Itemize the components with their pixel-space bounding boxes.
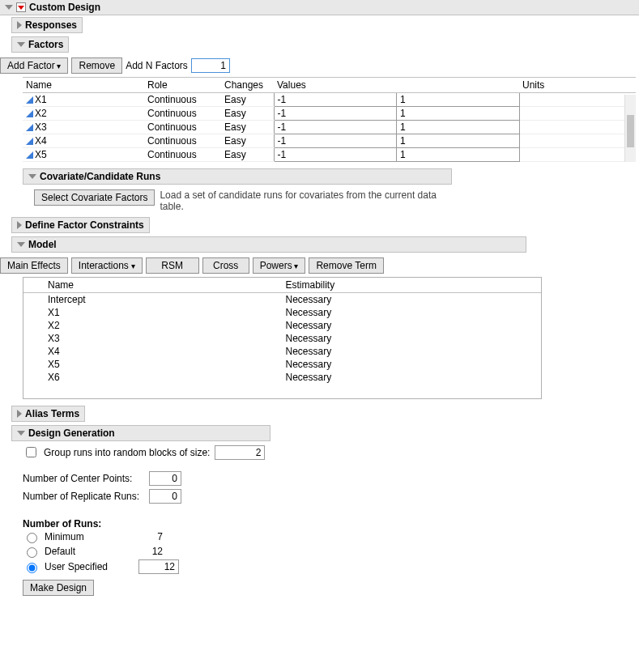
value-low-cell[interactable]: -1: [274, 134, 397, 148]
design-generation-section-header[interactable]: Design Generation: [11, 425, 271, 441]
model-estimability-cell[interactable]: Necessary: [283, 306, 542, 319]
table-row[interactable]: X5Necessary: [23, 358, 541, 371]
model-estimability-cell[interactable]: Necessary: [283, 358, 542, 371]
table-row[interactable]: X6Necessary: [23, 371, 541, 384]
changes-cell[interactable]: Easy: [221, 107, 274, 121]
role-cell[interactable]: Continuous: [144, 93, 221, 107]
disclosure-open-icon[interactable]: [17, 42, 25, 47]
remove-term-button[interactable]: Remove Term: [309, 257, 383, 274]
value-low-cell[interactable]: -1: [274, 121, 397, 134]
powers-button[interactable]: Powers: [253, 257, 306, 274]
make-design-button[interactable]: Make Design: [23, 580, 94, 596]
group-runs-checkbox[interactable]: [26, 447, 36, 457]
center-points-input[interactable]: [149, 471, 181, 486]
alias-terms-section-header[interactable]: Alias Terms: [11, 406, 85, 422]
custom-design-header[interactable]: Custom Design: [0, 0, 639, 15]
table-row[interactable]: X1ContinuousEasy-11: [23, 93, 636, 107]
role-cell[interactable]: Continuous: [144, 121, 221, 134]
changes-cell[interactable]: Easy: [221, 121, 274, 134]
responses-section-header[interactable]: Responses: [11, 17, 83, 33]
table-row[interactable]: X4Necessary: [23, 345, 541, 358]
table-row[interactable]: X5ContinuousEasy-11: [23, 148, 636, 162]
changes-cell[interactable]: Easy: [221, 93, 274, 107]
model-estimability-cell[interactable]: Necessary: [283, 332, 542, 345]
table-row[interactable]: X2Necessary: [23, 319, 541, 332]
value-high-cell[interactable]: 1: [397, 107, 520, 121]
add-n-factors-input[interactable]: [191, 58, 230, 73]
table-row[interactable]: X1Necessary: [23, 306, 541, 319]
minimum-runs-value: 7: [138, 531, 163, 542]
table-row[interactable]: X3Necessary: [23, 332, 541, 345]
model-col-estimability[interactable]: Estimability: [283, 278, 542, 293]
add-n-factors-label: Add N Factors: [126, 60, 188, 71]
disclosure-closed-icon[interactable]: [17, 410, 22, 418]
model-estimability-cell[interactable]: Necessary: [283, 293, 542, 307]
disclosure-closed-icon[interactable]: [17, 221, 22, 229]
model-name-cell[interactable]: X5: [23, 358, 283, 371]
model-name-cell[interactable]: X3: [23, 332, 283, 345]
table-row[interactable]: InterceptNecessary: [23, 293, 541, 307]
model-section-header[interactable]: Model: [11, 236, 526, 253]
units-cell[interactable]: [519, 134, 624, 148]
disclosure-open-icon[interactable]: [28, 174, 36, 179]
role-cell[interactable]: Continuous: [144, 134, 221, 148]
col-values[interactable]: Values: [274, 78, 519, 93]
main-effects-button[interactable]: Main Effects: [0, 257, 68, 274]
covariate-section-header[interactable]: Covariate/Candidate Runs: [23, 168, 452, 185]
replicate-runs-input[interactable]: [149, 489, 181, 504]
model-col-name[interactable]: Name: [23, 278, 283, 293]
value-low-cell[interactable]: -1: [274, 107, 397, 121]
model-estimability-cell[interactable]: Necessary: [283, 371, 542, 384]
value-low-cell[interactable]: -1: [274, 148, 397, 162]
disclosure-closed-icon[interactable]: [17, 21, 22, 29]
factors-section-header[interactable]: Factors: [11, 36, 69, 53]
default-runs-radio[interactable]: [27, 547, 37, 558]
model-name-cell[interactable]: X4: [23, 345, 283, 358]
role-cell[interactable]: Continuous: [144, 148, 221, 162]
cross-button[interactable]: Cross: [202, 257, 249, 274]
user-specified-runs-radio[interactable]: [27, 563, 37, 573]
col-role[interactable]: Role: [144, 78, 221, 93]
add-factor-button[interactable]: Add Factor: [0, 57, 68, 74]
user-specified-runs-input[interactable]: [138, 559, 179, 574]
disclosure-open-icon[interactable]: [17, 431, 25, 436]
group-runs-size-input[interactable]: [215, 445, 265, 460]
col-units[interactable]: Units: [519, 78, 624, 93]
red-triangle-menu-icon[interactable]: [16, 2, 26, 12]
units-cell[interactable]: [519, 148, 624, 162]
user-specified-runs-label: User Specified: [45, 561, 134, 572]
units-cell[interactable]: [519, 107, 624, 121]
select-covariate-factors-button[interactable]: Select Covariate Factors: [34, 189, 155, 206]
role-cell[interactable]: Continuous: [144, 107, 221, 121]
remove-factor-button[interactable]: Remove: [71, 57, 122, 74]
value-high-cell[interactable]: 1: [397, 148, 520, 162]
units-cell[interactable]: [519, 121, 624, 134]
col-name[interactable]: Name: [23, 78, 144, 93]
minimum-runs-radio[interactable]: [27, 533, 37, 543]
table-row[interactable]: X2ContinuousEasy-11: [23, 107, 636, 121]
disclosure-open-icon[interactable]: [5, 5, 13, 10]
rsm-button[interactable]: RSM: [146, 257, 199, 274]
model-name-cell[interactable]: X6: [23, 371, 283, 384]
table-row[interactable]: X4ContinuousEasy-11: [23, 134, 636, 148]
table-row[interactable]: X3ContinuousEasy-11: [23, 121, 636, 134]
changes-cell[interactable]: Easy: [221, 148, 274, 162]
constraints-section-header[interactable]: Define Factor Constraints: [11, 217, 150, 233]
model-name-cell[interactable]: X1: [23, 306, 283, 319]
interactions-button[interactable]: Interactions: [71, 257, 143, 274]
value-high-cell[interactable]: 1: [397, 93, 520, 107]
scrollbar-thumb[interactable]: [627, 115, 634, 147]
minimum-runs-label: Minimum: [45, 531, 134, 542]
model-name-cell[interactable]: X2: [23, 319, 283, 332]
model-name-cell[interactable]: Intercept: [23, 293, 283, 307]
value-low-cell[interactable]: -1: [274, 93, 397, 107]
value-high-cell[interactable]: 1: [397, 121, 520, 134]
disclosure-open-icon[interactable]: [17, 242, 25, 247]
factors-scrollbar[interactable]: [624, 95, 636, 162]
col-changes[interactable]: Changes: [221, 78, 274, 93]
model-estimability-cell[interactable]: Necessary: [283, 345, 542, 358]
value-high-cell[interactable]: 1: [397, 134, 520, 148]
model-estimability-cell[interactable]: Necessary: [283, 319, 542, 332]
units-cell[interactable]: [519, 93, 624, 107]
changes-cell[interactable]: Easy: [221, 134, 274, 148]
